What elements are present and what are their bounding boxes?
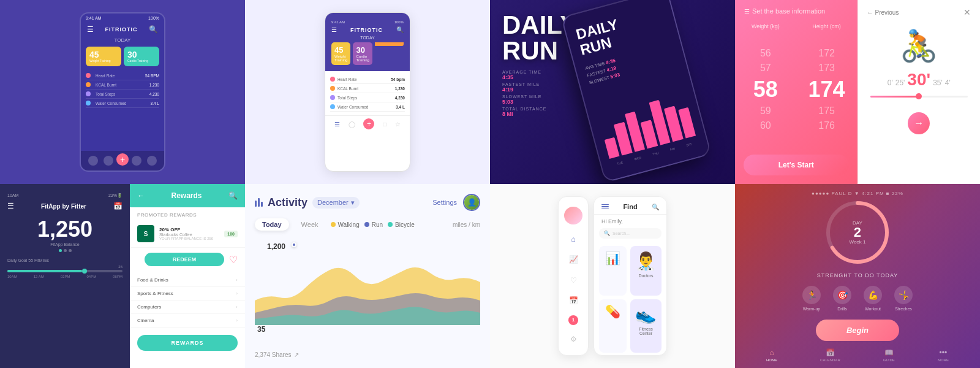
- menu-title: ☰ Set the base information: [744, 7, 825, 15]
- food-drinks-item[interactable]: Food & Drinks ›: [130, 274, 245, 287]
- weight-60[interactable]: 60: [760, 119, 771, 132]
- calendar-icon: 📅: [826, 348, 835, 357]
- doctors-item[interactable]: 👨‍⚕️ Doctors: [630, 246, 662, 296]
- run-legend: Run: [364, 221, 383, 228]
- redeem-button[interactable]: REDEEM: [145, 253, 224, 266]
- weight-training-card[interactable]: 45 Weight Training: [86, 47, 121, 66]
- fitness-center-item[interactable]: 👟 Fitness Center: [630, 299, 662, 353]
- wnav-calendar[interactable]: 📅 CALENDAR: [820, 348, 840, 362]
- share-icon[interactable]: ↗: [294, 351, 299, 358]
- activity-title: Activity: [268, 196, 307, 209]
- weight-items-list: 56 57 58 59 60: [735, 33, 796, 146]
- heart-favorite-icon[interactable]: ♡: [229, 254, 238, 266]
- time-4[interactable]: 4': [945, 79, 951, 87]
- wnav-home[interactable]: ⌂ HOME: [766, 348, 777, 362]
- fab-add-button[interactable]: +: [116, 153, 129, 166]
- light-stats: Heart Rate 54 bpm KCAL Burnt 1,230 Total…: [325, 71, 410, 115]
- sidebar-activity-icon[interactable]: ♡: [567, 274, 579, 286]
- wnav-more[interactable]: ••• MORE: [938, 348, 949, 362]
- begin-button[interactable]: Begin: [816, 320, 899, 341]
- hamburger-icon[interactable]: ☰: [744, 8, 750, 15]
- computers-item[interactable]: Computers ›: [130, 301, 245, 314]
- find-menu-icon[interactable]: [601, 204, 609, 210]
- light-nav-chart[interactable]: ◯: [349, 121, 355, 129]
- time-slider-thumb[interactable]: [916, 93, 922, 99]
- sports-fitness-item[interactable]: Sports & Fitness ›: [130, 287, 245, 301]
- fitapp-calendar-icon[interactable]: 📅: [113, 202, 123, 210]
- time-35[interactable]: 35': [933, 79, 943, 87]
- find-item-chart[interactable]: 📊: [599, 246, 627, 296]
- nav-chart-icon[interactable]: [104, 156, 113, 166]
- sidebar-settings-icon[interactable]: ⚙: [567, 334, 579, 345]
- nav-list-icon[interactable]: [88, 156, 98, 166]
- time-0[interactable]: 0': [888, 79, 893, 87]
- close-button[interactable]: ✕: [963, 7, 971, 17]
- rewards-back-icon[interactable]: ←: [137, 191, 145, 200]
- exercise-icons-row: 🏃 Warm-up 🎯 Drills 💪 Workout 🤸 Streches: [802, 286, 913, 311]
- fitapp-menu-icon[interactable]: ☰: [7, 202, 14, 210]
- stretches-label: Streches: [895, 307, 912, 311]
- light-heart-row: Heart Rate 54 bpm: [330, 75, 405, 84]
- walking-dot: [331, 222, 336, 227]
- menu-icon[interactable]: ☰: [87, 25, 94, 34]
- find-search-bar[interactable]: 🔍 Search...: [599, 228, 662, 239]
- weight-58-selected[interactable]: 58: [753, 76, 778, 102]
- kcal-label: KCAL Burnt: [96, 83, 116, 87]
- dot-2: [64, 249, 67, 252]
- lets-start-button[interactable]: Let's Start: [744, 155, 849, 175]
- starbucks-reward-item[interactable]: S 20% OFF Starbucks Coffee YOUR FITAPP B…: [130, 220, 245, 248]
- height-176[interactable]: 176: [818, 119, 835, 132]
- week-filter-button[interactable]: Week: [294, 218, 326, 231]
- light-search-icon[interactable]: 🔍: [396, 26, 404, 33]
- find-search-icon[interactable]: 🔍: [652, 204, 659, 210]
- sidebar-home-icon[interactable]: ⌂: [567, 233, 579, 245]
- light-fab-button[interactable]: +: [363, 118, 374, 129]
- progress-dot-indicator: [82, 269, 87, 274]
- weight-56[interactable]: 56: [760, 47, 771, 60]
- today-filter-button[interactable]: Today: [255, 218, 289, 231]
- weight-59[interactable]: 59: [760, 104, 771, 118]
- light-nav-settings[interactable]: ☆: [395, 121, 401, 129]
- drills-icon[interactable]: 🎯: [833, 286, 851, 304]
- time-25[interactable]: 25': [895, 79, 905, 87]
- user-avatar[interactable]: 👤: [463, 194, 480, 211]
- light-menu-icon[interactable]: ☰: [331, 26, 337, 33]
- next-arrow-button[interactable]: →: [908, 112, 930, 134]
- settings-link[interactable]: Settings: [432, 199, 457, 206]
- height-175[interactable]: 175: [818, 104, 835, 118]
- sidebar-notification-badge[interactable]: 1: [568, 315, 578, 325]
- workout-item: 💪 Workout: [864, 286, 882, 311]
- sidebar-calendar-icon[interactable]: 📅: [567, 295, 579, 307]
- light-cardio-card[interactable]: 30 Cardio Training: [353, 42, 372, 65]
- rewards-bottom-button[interactable]: REWARDS: [137, 335, 238, 351]
- steps-row: Total Steps 4,230: [86, 90, 159, 99]
- stretches-icon[interactable]: 🤸: [894, 286, 913, 304]
- previous-button[interactable]: ← Previous: [867, 9, 899, 16]
- cinema-item[interactable]: Cinema ›: [130, 314, 245, 328]
- water-icon: [86, 101, 91, 105]
- time-30-selected[interactable]: 30': [907, 70, 930, 90]
- wnav-guide[interactable]: 📖 GUIDE: [883, 348, 895, 362]
- cardio-training-card[interactable]: 30 Cardio Training: [124, 47, 159, 66]
- sidebar-chart-icon[interactable]: 📈: [567, 254, 579, 266]
- height-172[interactable]: 172: [818, 47, 835, 60]
- month-selector[interactable]: December ▾: [312, 197, 360, 209]
- workout-icon[interactable]: 💪: [864, 286, 882, 304]
- nav-settings-icon[interactable]: [147, 156, 157, 166]
- search-icon[interactable]: 🔍: [149, 25, 158, 34]
- light-nav-list[interactable]: ☰: [334, 121, 340, 129]
- nav-notes-icon[interactable]: [132, 156, 141, 166]
- weight-number: 45: [89, 50, 118, 59]
- height-173[interactable]: 173: [818, 61, 835, 75]
- warmup-icon[interactable]: 🏃: [802, 286, 821, 304]
- find-item-pill[interactable]: 💊: [599, 299, 627, 353]
- light-nav-notes[interactable]: □: [383, 121, 386, 129]
- rewards-search-icon[interactable]: 🔍: [228, 191, 238, 200]
- height-174-selected[interactable]: 174: [809, 76, 845, 102]
- light-heart-value: 54 bpm: [391, 77, 405, 82]
- light-weight-card[interactable]: 45 Weight Training: [331, 42, 350, 65]
- user-sidebar-avatar: [564, 207, 582, 224]
- weight-57[interactable]: 57: [760, 61, 771, 75]
- rewards-screen: ← Rewards 🔍 PROMOTED REWARDS S 20% OFF S…: [130, 184, 245, 368]
- weight-label: Weight Training: [89, 59, 118, 63]
